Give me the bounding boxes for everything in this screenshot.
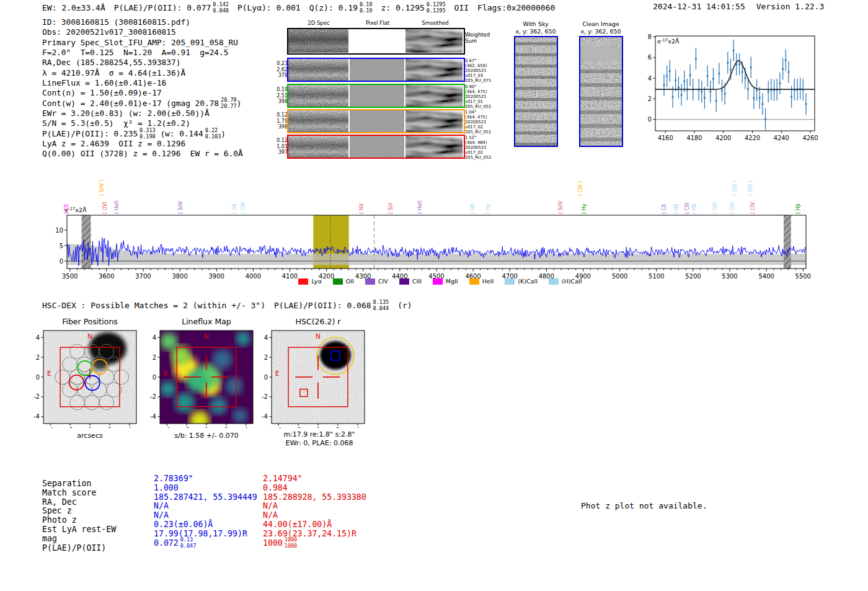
svg-text:2: 2 xyxy=(336,427,340,428)
spec2d-cell-2dspec xyxy=(288,59,348,81)
hsc-image-panel: NE-4-4-2-2002244 xyxy=(253,327,377,428)
svg-text:6: 6 xyxy=(648,54,652,61)
match-value: 185.288928, 55.393380 xyxy=(263,493,366,502)
svg-text:2: 2 xyxy=(264,354,268,361)
svg-text:0: 0 xyxy=(36,374,40,381)
svg-text:0: 0 xyxy=(60,258,63,265)
spec2d-row-right-labels: 1.52"(364, 484)20200521v017_02205_RU_052 xyxy=(465,135,494,160)
spectrum-line-label: ( Hβ xyxy=(795,203,801,214)
info-line: EWr = 3.20(±0.83) (w: 2.00(±0.50))Å xyxy=(42,109,243,118)
value-range-stack: 0.1350.044 xyxy=(373,300,389,311)
svg-text:-4: -4 xyxy=(33,413,40,420)
spec2d-cell-pixelflat xyxy=(350,29,404,53)
spectrum-line-label: ( Hγ xyxy=(582,203,587,214)
legend-item: (K)CaII xyxy=(505,278,538,285)
legend-item: HeII xyxy=(469,278,494,285)
match-row-label: P(LAE)/P(OII) xyxy=(42,544,116,553)
svg-text:-4: -4 xyxy=(47,427,53,428)
spec2d-image-strip xyxy=(287,135,465,159)
info-line: P(LAE)/P(OII): 0.2350.3130.198 (w: 0.144… xyxy=(42,129,243,139)
fiber-positions-panel: NE-4-4-2-2002244 xyxy=(25,327,149,428)
match-value: 0.23(±0.06)Å xyxy=(154,520,257,530)
report-timestamp: 2024-12-31 14:01:55 xyxy=(653,2,745,11)
match-value: N/A xyxy=(154,502,257,511)
info-line: Cont(n) = 1.50(±0.09)e-17 xyxy=(42,88,243,98)
svg-text:5: 5 xyxy=(60,242,63,249)
svg-text:4180: 4180 xyxy=(687,135,702,141)
header-segment: z: 0.12950.12950.1295 xyxy=(381,2,445,14)
spectrum-line-label: ( CII xyxy=(64,204,69,214)
match-value: N/A xyxy=(154,511,257,520)
spec2d-cell-2dspec xyxy=(288,29,348,53)
spectrum-line-label: ( Hδ xyxy=(470,203,476,214)
spec2d-cell-smoothed xyxy=(405,110,463,132)
value-range-stack: 0.220.103 xyxy=(205,128,221,140)
spectrum-line-label: ( SiII xyxy=(388,203,394,214)
elixer-report-page: EW: 2.0±33.4ÅP(LAE)/P(OII): 0.0770.1420.… xyxy=(0,0,868,591)
svg-text:-4: -4 xyxy=(275,427,281,428)
header-segment: P(Lyα): 0.001 xyxy=(237,3,301,12)
svg-text:-4: -4 xyxy=(150,413,156,420)
svg-text:4200: 4200 xyxy=(715,135,731,141)
full-spectrum-plot: 0510350036003700380039004000410042004300… xyxy=(56,171,828,295)
svg-text:4: 4 xyxy=(153,334,156,341)
hsc-dex-summary: HSC-DEX : Possible Matches = 2 (within +… xyxy=(42,300,421,311)
match-value-plae: 0.0720.130.047 xyxy=(154,539,257,548)
spec2d-cell-2dspec xyxy=(288,136,348,158)
spectrum-line-label: ( CII xyxy=(662,204,667,214)
fiber-xlabel: arcsecs xyxy=(43,432,136,440)
clean-image xyxy=(579,36,623,147)
svg-text:-4: -4 xyxy=(262,413,268,420)
photz-note: Phot z plot not available. xyxy=(581,501,707,510)
spectrum-line-label: ( OIII ) xyxy=(732,180,738,196)
spectrum-line-label: ( OIII ) xyxy=(748,180,753,196)
spec2d-cell-smoothed xyxy=(405,29,463,53)
spec2d-image-strip xyxy=(287,84,465,108)
spec2d-row-left-labels: 0.121.01397 xyxy=(274,138,288,156)
svg-text:0: 0 xyxy=(648,116,652,123)
match-value: N/A xyxy=(263,502,366,511)
legend-swatch xyxy=(298,278,308,285)
value-range-stack: 0.190.19 xyxy=(360,2,372,14)
info-line: RA,Dec (185.288254,55.393837) xyxy=(42,58,243,68)
match-value: 17.99(17.98,17.99)R xyxy=(154,530,257,539)
value-range-stack: 0.130.047 xyxy=(180,537,197,549)
svg-text:0: 0 xyxy=(205,427,208,428)
value-range-stack: 10001000 xyxy=(285,537,297,549)
info-line: LyA z = 2.4639 OII z = 0.1296 xyxy=(42,139,243,149)
spec2d-cell-smoothed xyxy=(405,59,463,81)
svg-text:-2: -2 xyxy=(262,393,268,400)
spec2d-row-left-labels: 0.121.79398 xyxy=(274,112,288,130)
spec2d-cell-2dspec xyxy=(288,85,348,107)
spec2d-cell-pixelflat xyxy=(350,85,404,107)
spec2d-row: 0.121.013971.52"(364, 484)20200521v017_0… xyxy=(274,135,492,159)
legend-swatch xyxy=(433,278,443,285)
east-label: E xyxy=(164,370,167,377)
spec2d-image-strip xyxy=(287,109,465,133)
spectrum-legend: LyαOIICIVCIIIMgIIHeII(K)CaII(H)CaII xyxy=(56,278,825,285)
header-segment: Flags:0x20000060 xyxy=(477,3,555,12)
match-value: 185.287421, 55.394449 xyxy=(154,493,257,502)
lineflux-map-title: Lineflux Map xyxy=(160,317,253,326)
match-value: 2.14794" xyxy=(263,474,366,484)
hsc-caption-2: EWr: 0, PLAE: 0.068 xyxy=(260,439,378,447)
match-row-label: Photo z xyxy=(42,516,116,525)
match-value: 23.69(23.37,24.15)R xyxy=(263,530,366,539)
svg-text:2: 2 xyxy=(36,354,40,361)
match-row-label: RA, Dec xyxy=(42,498,116,507)
north-label: N xyxy=(316,333,320,340)
spectrum-line-label: ( OIII xyxy=(712,202,718,214)
svg-text:4240: 4240 xyxy=(774,135,789,141)
svg-text:4: 4 xyxy=(648,75,652,82)
sky-panel-title: Clean Imagex, y: 362, 650 xyxy=(564,20,638,35)
spectrum-line-label: ( CIII xyxy=(684,203,690,214)
header-segment: P(LAE)/P(OII): 0.0770.1420.048 xyxy=(114,2,229,14)
spec2d-row-right-labels: 1.04"(364, 475)20200521v017_02205_RU_051 xyxy=(465,110,494,135)
match-table-labels: SeparationMatch scoreRA, DecSpec zPhoto … xyxy=(42,479,116,553)
sky-panel-title: With Skyx, y: 362, 650 xyxy=(498,20,573,35)
value-range-stack: 20.7820.77 xyxy=(221,97,237,109)
lineflux-caption: s/b: 1.58 +/- 0.070 xyxy=(154,432,259,440)
match-value: 1.000 xyxy=(154,484,257,493)
spectrum-line-label: ( CIV xyxy=(241,202,246,214)
legend-swatch xyxy=(333,278,343,285)
